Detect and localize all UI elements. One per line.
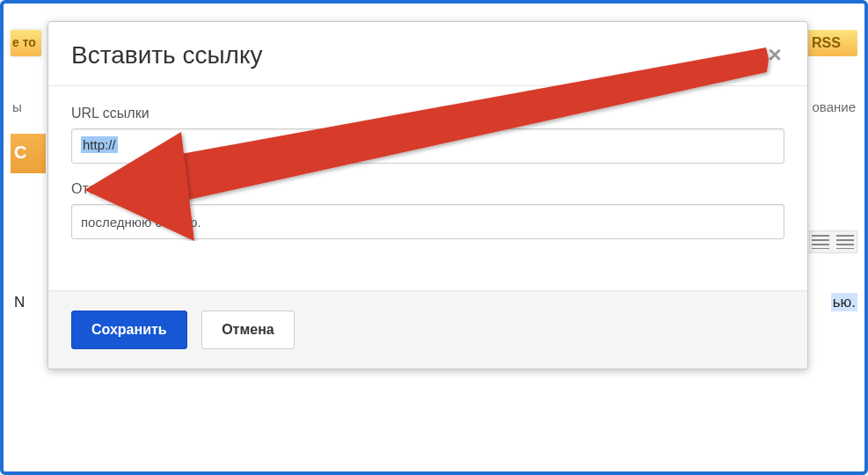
bg-rss-badge: RSS xyxy=(805,30,857,56)
bg-text-fragment: ью. xyxy=(831,294,857,311)
bg-heading-fragment: С xyxy=(11,134,46,173)
insert-link-dialog: Вставить ссылку × URL ссылки http:// Ото… xyxy=(47,21,808,369)
url-input[interactable]: http:// xyxy=(71,128,784,164)
dialog-body: URL ссылки http:// Отображаемый текст xyxy=(48,86,807,290)
align-icon xyxy=(812,235,829,249)
bg-editor-toolbar xyxy=(809,230,857,253)
align-icon xyxy=(836,235,854,249)
dialog-footer: Сохранить Отмена xyxy=(48,290,807,369)
dialog-title: Вставить ссылку xyxy=(71,41,784,69)
bg-tab-fragment: е то xyxy=(11,30,41,56)
bg-char-n: N xyxy=(14,294,25,311)
close-icon[interactable]: × xyxy=(762,41,788,68)
bg-nav-left-text: ы xyxy=(12,99,22,114)
bg-text-highlight: ью. xyxy=(831,293,857,311)
url-input-value: http:// xyxy=(81,136,118,153)
viewport-frame: е то RSS ы ование С N ью. Вставить ссылк… xyxy=(0,0,868,475)
url-field-group: URL ссылки http:// xyxy=(71,106,784,164)
cancel-button[interactable]: Отмена xyxy=(201,311,295,349)
text-label: Отображаемый текст xyxy=(71,181,784,197)
display-text-input[interactable] xyxy=(71,204,784,239)
text-field-group: Отображаемый текст xyxy=(71,181,784,239)
bg-nav-right-text: ование xyxy=(813,99,857,114)
url-label: URL ссылки xyxy=(71,106,784,121)
dialog-header: Вставить ссылку × xyxy=(48,22,807,86)
save-button[interactable]: Сохранить xyxy=(71,311,187,349)
